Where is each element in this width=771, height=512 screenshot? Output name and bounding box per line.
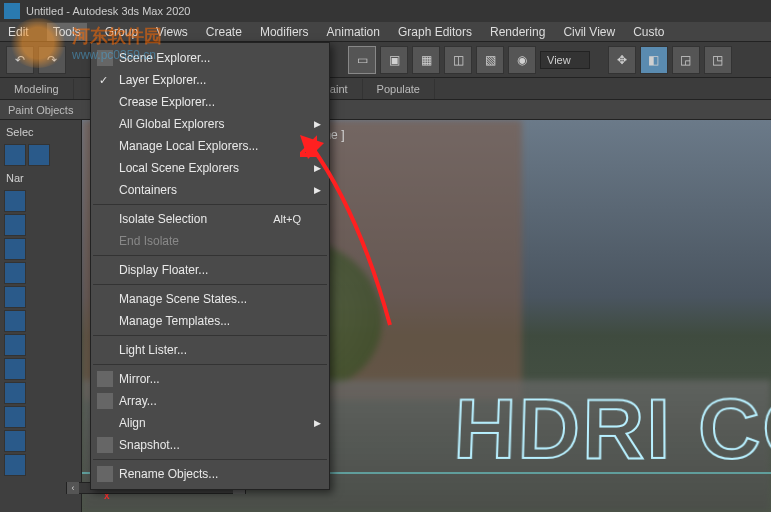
- tools-menu: Scene Explorer... ✓Layer Explorer... Cre…: [90, 42, 330, 490]
- menu-isolate-selection[interactable]: Isolate SelectionAlt+Q: [91, 208, 329, 230]
- select-object-icon[interactable]: ▦: [412, 46, 440, 74]
- menu-scene-explorer[interactable]: Scene Explorer...: [91, 47, 329, 69]
- placement-icon[interactable]: ◳: [704, 46, 732, 74]
- menu-group[interactable]: Group: [105, 25, 138, 39]
- rotate-icon[interactable]: ◧: [640, 46, 668, 74]
- menu-local-scene-explorers[interactable]: Local Scene Explorers▶: [91, 157, 329, 179]
- menu-snapshot[interactable]: Snapshot...: [91, 434, 329, 456]
- menu-animation[interactable]: Animation: [327, 25, 380, 39]
- ribbon-tab-modeling[interactable]: Modeling: [0, 79, 74, 99]
- left-panel-sub: Nar: [0, 170, 81, 186]
- display-spacewarps-icon[interactable]: [4, 310, 26, 332]
- menu-civil-view[interactable]: Civil View: [563, 25, 615, 39]
- array-icon: [97, 393, 113, 409]
- left-panel: Selec Nar: [0, 120, 82, 512]
- filter2-icon[interactable]: [28, 144, 50, 166]
- submenu-arrow-icon: ▶: [314, 119, 321, 129]
- menu-display-floater[interactable]: Display Floater...: [91, 259, 329, 281]
- menu-graph-editors[interactable]: Graph Editors: [398, 25, 472, 39]
- rename-icon: [97, 466, 113, 482]
- menu-tools[interactable]: Tools: [47, 23, 87, 41]
- move-icon[interactable]: ✥: [608, 46, 636, 74]
- menu-rendering[interactable]: Rendering: [490, 25, 545, 39]
- display-helpers-icon[interactable]: [4, 286, 26, 308]
- menu-manage-scene-states[interactable]: Manage Scene States...: [91, 288, 329, 310]
- menu-create[interactable]: Create: [206, 25, 242, 39]
- select-window-icon[interactable]: ▣: [380, 46, 408, 74]
- menu-crease-explorer[interactable]: Crease Explorer...: [91, 91, 329, 113]
- snapshot-icon: [97, 437, 113, 453]
- menu-mirror[interactable]: Mirror...: [91, 368, 329, 390]
- paint-select-icon[interactable]: ◉: [508, 46, 536, 74]
- menu-align[interactable]: Align▶: [91, 412, 329, 434]
- undo-button[interactable]: ↶: [6, 46, 34, 74]
- redo-button[interactable]: ↷: [38, 46, 66, 74]
- menu-end-isolate: End Isolate: [91, 230, 329, 252]
- filter-icon[interactable]: [4, 144, 26, 166]
- menu-light-lister[interactable]: Light Lister...: [91, 339, 329, 361]
- display-cameras-icon[interactable]: [4, 262, 26, 284]
- window-title: Untitled - Autodesk 3ds Max 2020: [26, 5, 190, 17]
- ribbon-tab-populate[interactable]: Populate: [363, 79, 435, 99]
- menu-edit[interactable]: Edit: [8, 25, 29, 39]
- menu-views[interactable]: Views: [156, 25, 188, 39]
- selection-filter-dropdown[interactable]: View: [540, 51, 590, 69]
- menu-customize[interactable]: Custo: [633, 25, 664, 39]
- check-icon: ✓: [99, 74, 108, 87]
- menu-array[interactable]: Array...: [91, 390, 329, 412]
- scale-icon[interactable]: ◲: [672, 46, 700, 74]
- display-groups-icon[interactable]: [4, 334, 26, 356]
- display-bones-icon[interactable]: [4, 382, 26, 404]
- app-icon: [4, 3, 20, 19]
- submenu-arrow-icon: ▶: [314, 185, 321, 195]
- menu-containers[interactable]: Containers▶: [91, 179, 329, 201]
- submenu-arrow-icon: ▶: [314, 418, 321, 428]
- display-hidden-icon[interactable]: [4, 454, 26, 476]
- submenu-arrow-icon: ▶: [314, 163, 321, 173]
- menu-all-global-explorers[interactable]: All Global Explorers▶: [91, 113, 329, 135]
- display-shapes-icon[interactable]: [4, 214, 26, 236]
- menubar: Edit Tools Group Views Create Modifiers …: [0, 22, 771, 42]
- scroll-left-icon[interactable]: ‹: [67, 482, 79, 494]
- display-frozen-icon[interactable]: [4, 430, 26, 452]
- select-similar-icon[interactable]: ▧: [476, 46, 504, 74]
- panel-strip-label: Paint Objects: [8, 104, 73, 116]
- titlebar: Untitled - Autodesk 3ds Max 2020: [0, 0, 771, 22]
- display-geometry-icon[interactable]: [4, 190, 26, 212]
- display-xrefs-icon[interactable]: [4, 358, 26, 380]
- select-rect-icon[interactable]: ▭: [348, 46, 376, 74]
- scene-explorer-icon: [97, 50, 113, 66]
- menu-modifiers[interactable]: Modifiers: [260, 25, 309, 39]
- menu-rename-objects[interactable]: Rename Objects...: [91, 463, 329, 485]
- left-panel-header: Selec: [0, 120, 81, 140]
- menu-layer-explorer[interactable]: ✓Layer Explorer...: [91, 69, 329, 91]
- mirror-icon: [97, 371, 113, 387]
- menu-manage-local-explorers[interactable]: Manage Local Explorers...: [91, 135, 329, 157]
- select-region-icon[interactable]: ◫: [444, 46, 472, 74]
- display-lights-icon[interactable]: [4, 238, 26, 260]
- shortcut-label: Alt+Q: [273, 213, 301, 225]
- viewport-3d-text[interactable]: HDRI CO: [452, 380, 771, 478]
- display-containers-icon[interactable]: [4, 406, 26, 428]
- menu-manage-templates[interactable]: Manage Templates...: [91, 310, 329, 332]
